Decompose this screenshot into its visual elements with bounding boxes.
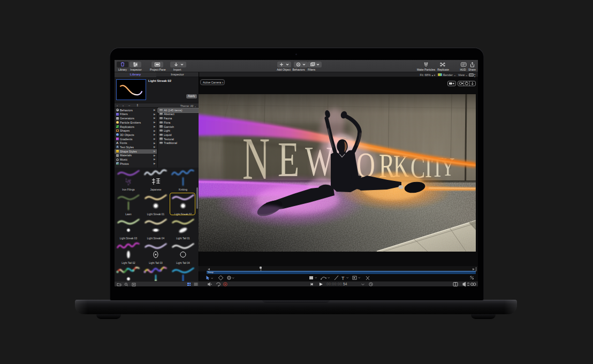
svg-text:00:00:00: 00:00:00 xyxy=(326,282,342,286)
svg-text:Y: Y xyxy=(441,152,454,181)
svg-text:54: 54 xyxy=(343,282,347,286)
svg-text:T: T xyxy=(341,275,345,280)
